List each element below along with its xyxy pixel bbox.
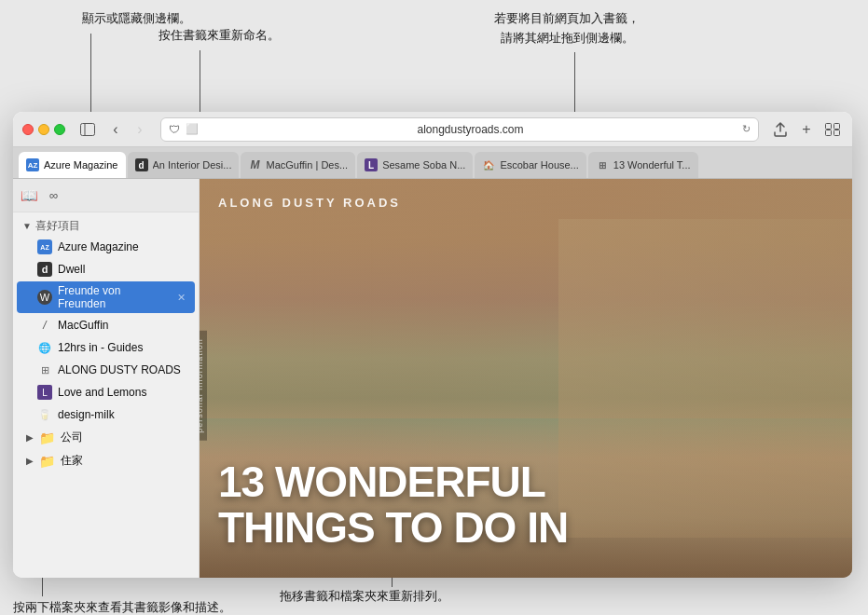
azure-magazine-icon: AZ [37, 239, 52, 254]
annotation-reorder: 拖移書籤和檔案夾來重新排列。 [280, 587, 449, 607]
sidebar-toolbar: 📖 ∞ [13, 179, 199, 212]
sidebar-toggle-button[interactable] [76, 120, 99, 139]
annotation-line-2 [200, 50, 200, 112]
macguffin-label: MacGuffin [58, 319, 108, 332]
sidebar-item-macguffin[interactable]: / MacGuffin [17, 315, 195, 335]
tab-label-macguffin: MacGuffin | Des... [266, 159, 348, 171]
close-button[interactable] [22, 124, 34, 135]
reload-icon[interactable]: ↻ [742, 123, 751, 135]
title-bar: ‹ › 🛡 ⬜ alongdustyroads.com ↻ + [13, 112, 852, 147]
favorites-header: ▼ 喜好項目 [13, 212, 199, 236]
tab-favicon-interior: d [135, 158, 148, 171]
favorites-chevron-icon: ▼ [22, 221, 32, 231]
tab-label-interior: An Interior Desi... [153, 159, 232, 171]
svg-rect-3 [834, 123, 840, 129]
minimize-button[interactable] [38, 124, 49, 135]
tab-label-escobar: Escobar House... [500, 159, 578, 171]
tab-macguffin[interactable]: M MacGuffin | Des... [241, 152, 355, 178]
svg-rect-4 [826, 130, 832, 135]
favorites-label: 喜好項目 [35, 218, 80, 234]
sidebar-folder-home[interactable]: ▶ 📁 住家 [17, 450, 195, 472]
design-milk-label: design-milk [58, 408, 115, 421]
bookmarks-icon[interactable]: 📖 [21, 187, 38, 204]
tab-favicon-escobar: 🏠 [482, 158, 495, 171]
tab-label-sesame: Sesame Soba N... [382, 159, 465, 171]
url-display: alongdustyroads.com [204, 123, 737, 136]
annotation-line-1 [90, 34, 91, 112]
web-background: personal information ALONG DUSTY ROADS 1… [200, 179, 852, 578]
web-content: personal information ALONG DUSTY ROADS 1… [200, 179, 852, 578]
tab-azure-magazine[interactable]: AZ Azure Magazine [19, 152, 126, 178]
macguffin-icon: / [37, 318, 52, 333]
annotation-line-3 [574, 52, 575, 112]
web-headline: 13 WONDERFUL THINGS TO DO IN [218, 459, 834, 550]
along-dusty-icon: ⊞ [37, 362, 52, 377]
side-text: personal information [200, 331, 207, 441]
along-dusty-label: ALONG DUSTY ROADS [58, 363, 181, 376]
dwell-icon: d [37, 262, 52, 277]
sidebar-item-12hrs[interactable]: 🌐 12hrs in - Guides [17, 337, 195, 358]
sidebar-item-dwell[interactable]: d Dwell [17, 259, 195, 280]
svg-rect-0 [81, 123, 95, 135]
headline-text: 13 WONDERFUL THINGS TO DO IN [218, 459, 834, 550]
love-lemons-label: Love and Lemons [58, 386, 146, 399]
tab-favicon-macguffin: M [248, 158, 261, 171]
design-milk-icon: 🥛 [37, 407, 52, 422]
new-tab-button[interactable]: + [796, 119, 817, 140]
tab-interior-design[interactable]: d An Interior Desi... [128, 152, 240, 178]
dwell-label: Dwell [58, 263, 85, 276]
sidebar-item-freunde[interactable]: W Freunde von Freunden ✕ [17, 281, 195, 313]
toolbar-right: + [770, 119, 843, 140]
content-area: 📖 ∞ ▼ 喜好項目 AZ Azure Magazine d Dwell W F… [13, 179, 852, 578]
tab-overview-button[interactable] [822, 119, 843, 140]
company-folder-label: 公司 [61, 430, 83, 445]
azure-magazine-label: Azure Magazine [58, 240, 139, 253]
sidebar-item-design-milk[interactable]: 🥛 design-milk [17, 404, 195, 425]
annotation-line-4 [392, 578, 393, 587]
freunde-label: Freunde von Freunden [58, 284, 172, 310]
privacy-icon: 🛡 [169, 123, 180, 136]
sidebar-item-love-and-lemons[interactable]: L Love and Lemons [17, 382, 195, 403]
share-button[interactable] [770, 119, 791, 140]
address-bar[interactable]: 🛡 ⬜ alongdustyroads.com ↻ [160, 117, 759, 142]
annotation-add-bookmark: 若要將目前網頁加入書籤， 請將其網址拖到側邊欄。 [494, 9, 640, 48]
sidebar-item-azure-magazine[interactable]: AZ Azure Magazine [17, 237, 195, 257]
forward-button[interactable]: › [129, 120, 151, 139]
browser-window: ‹ › 🛡 ⬜ alongdustyroads.com ↻ + [13, 112, 852, 578]
fullscreen-button[interactable] [54, 124, 65, 135]
love-lemons-icon: L [37, 385, 52, 400]
nav-buttons: ‹ › [104, 120, 151, 139]
12hrs-label: 12hrs in - Guides [58, 341, 143, 354]
tab-label-13: 13 Wonderful T... [613, 159, 691, 171]
folder-chevron-company: ▶ [26, 432, 34, 443]
back-button[interactable]: ‹ [104, 120, 127, 139]
tab-sesame-soba[interactable]: L Sesame Soba N... [357, 152, 473, 178]
tab-escobar[interactable]: 🏠 Escobar House... [475, 152, 586, 178]
tab-favicon-sesame: L [365, 158, 378, 171]
annotation-folder-detail: 按兩下檔案夾來查看其書籤影像和描述。 [13, 598, 231, 615]
sidebar-folder-company[interactable]: ▶ 📁 公司 [17, 427, 195, 448]
tab-favicon-azure: AZ [26, 158, 39, 171]
freunde-close-icon[interactable]: ✕ [177, 292, 186, 304]
12hrs-icon: 🌐 [37, 340, 52, 355]
folder-icon-company: 📁 [39, 430, 55, 445]
annotation-rename: 按住書籤來重新命名。 [158, 26, 280, 46]
tab-icon: ⬜ [186, 123, 199, 135]
folder-icon-home: 📁 [39, 454, 55, 469]
site-name: ALONG DUSTY ROADS [218, 196, 401, 210]
tab-favicon-13: ⊞ [596, 158, 609, 171]
sidebar: 📖 ∞ ▼ 喜好項目 AZ Azure Magazine d Dwell W F… [13, 179, 200, 578]
freunde-icon: W [37, 290, 52, 305]
svg-rect-5 [834, 130, 840, 135]
sidebar-item-along-dusty-roads[interactable]: ⊞ ALONG DUSTY ROADS [17, 360, 195, 380]
tab-13-wonderful[interactable]: ⊞ 13 Wonderful T... [588, 152, 698, 178]
tab-label-azure: Azure Magazine [44, 159, 118, 171]
traffic-lights [22, 124, 65, 135]
folder-chevron-home: ▶ [26, 456, 34, 466]
tab-bar: AZ Azure Magazine d An Interior Desi... … [13, 147, 852, 179]
reading-list-icon[interactable]: ∞ [49, 188, 58, 202]
home-folder-label: 住家 [61, 453, 83, 469]
svg-rect-2 [826, 123, 832, 129]
